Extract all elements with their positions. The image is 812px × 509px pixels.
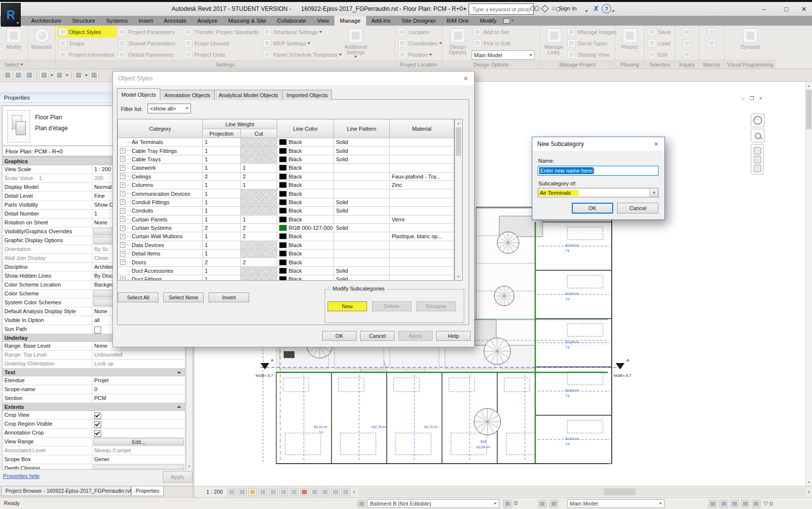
scroll-down-icon[interactable]: ▼ <box>806 479 812 485</box>
reveal-constraints-icon[interactable] <box>341 488 350 496</box>
ribbon-tab-annotate[interactable]: Annotate <box>158 16 192 26</box>
panel-label-manage-project[interactable]: Manage Project <box>540 60 615 69</box>
projection-cell[interactable]: 1 <box>203 241 241 249</box>
line-color-cell[interactable]: Black <box>277 258 334 266</box>
material-cell[interactable] <box>390 155 454 163</box>
help-icon[interactable]: ? <box>602 4 611 13</box>
property-value[interactable]: Look up <box>92 360 185 368</box>
line-color-cell[interactable]: Black <box>277 146 334 154</box>
rename-subcategory-button[interactable]: Rename <box>416 301 456 311</box>
line-color-cell[interactable]: Black <box>277 155 334 163</box>
table-row-curtain-wall-mullions[interactable]: +Curtain Wall Mullions12BlackPlastique, … <box>118 232 454 241</box>
line-pattern-cell[interactable] <box>334 258 390 266</box>
material-cell[interactable]: Verre <box>390 216 454 223</box>
reveal-hidden-elements-icon[interactable] <box>300 488 309 496</box>
line-color-cell[interactable]: Black <box>277 232 334 240</box>
cut-cell[interactable]: 2 <box>241 224 277 232</box>
steering-wheel-icon[interactable] <box>751 113 765 127</box>
dynamo-button[interactable]: Dynamo <box>736 26 765 59</box>
table-row-duct-accessories[interactable]: Duct Accessories1BlackSolid <box>118 267 454 275</box>
select-by-face-icon[interactable] <box>741 500 750 508</box>
panel-label-visual-programming[interactable]: Visual Programming <box>725 60 776 69</box>
chevron-down-icon[interactable] <box>66 74 69 76</box>
line-pattern-cell[interactable] <box>334 164 390 172</box>
sign-in-button[interactable]: Sign In <box>559 4 577 13</box>
ribbon-btn-position[interactable]: Position <box>397 49 441 60</box>
property-edit-button[interactable] <box>93 465 184 470</box>
material-cell[interactable] <box>390 198 454 206</box>
collapse-chevron-icon[interactable] <box>177 405 181 408</box>
line-color-cell[interactable]: Black <box>277 181 334 189</box>
line-color-cell[interactable]: Black <box>277 216 334 223</box>
cut-cell[interactable] <box>241 155 277 163</box>
scroll-thumb[interactable] <box>806 90 812 129</box>
column-header-line-weight[interactable]: Line Weight <box>203 119 277 129</box>
tab-annotation-objects[interactable]: Annotation Objects <box>160 90 215 100</box>
category-cell[interactable]: +Cable Trays <box>118 155 203 163</box>
table-row-communication-devices[interactable]: +Communication Devices1Black <box>118 189 454 198</box>
category-cell[interactable]: +Doors <box>118 258 203 266</box>
communication-center-icon[interactable] <box>540 4 550 13</box>
category-cell[interactable]: +Cable Tray Fittings <box>118 146 203 154</box>
temporary-view-properties-icon[interactable] <box>321 488 330 496</box>
minimize-button[interactable]: – <box>757 4 771 14</box>
macro-security-button[interactable] <box>706 37 717 49</box>
line-pattern-cell[interactable] <box>334 241 390 249</box>
table-row-cable-trays[interactable]: +Cable Trays1BlackSolid <box>118 155 454 164</box>
material-cell[interactable] <box>390 258 454 266</box>
select-pinned-icon[interactable] <box>730 500 739 508</box>
visual-style-icon[interactable] <box>238 488 247 496</box>
expand-icon[interactable]: + <box>120 242 125 248</box>
panel-label-macros[interactable]: Macros <box>699 60 724 69</box>
line-pattern-cell[interactable]: Solid <box>334 138 390 146</box>
projection-cell[interactable]: 2 <box>203 224 241 232</box>
ribbon-btn-structural-settings[interactable]: Structural Settings <box>261 26 340 37</box>
expand-icon[interactable]: + <box>120 199 125 205</box>
ribbon-btn-snaps[interactable]: Snaps <box>57 37 116 49</box>
property-value[interactable]: Projet <box>92 376 185 385</box>
panel-label-project-location[interactable]: Project Location <box>395 60 442 69</box>
ribbon-btn-load[interactable]: Load <box>646 37 673 49</box>
projection-cell[interactable]: 1 <box>203 207 241 215</box>
table-row-ceilings[interactable]: +Ceilings22BlackFaux-plafond - Tra... <box>118 173 454 181</box>
column-header-cut[interactable]: Cut <box>241 129 277 138</box>
view-minimize-icon[interactable]: – <box>739 95 747 102</box>
cut-cell[interactable]: 2 <box>241 232 277 240</box>
additional-settings-button[interactable]: Additional Settings <box>340 26 371 59</box>
crop-view-icon[interactable] <box>269 488 278 496</box>
line-color-cell[interactable]: RGB 000-127-000 <box>277 224 334 232</box>
delete-subcategory-button[interactable]: Delete <box>372 301 411 311</box>
column-header-material[interactable]: Material <box>390 119 454 138</box>
line-color-cell[interactable]: Black <box>277 164 334 172</box>
category-cell[interactable]: +Casework <box>118 164 203 172</box>
projection-cell[interactable]: 1 <box>203 250 241 257</box>
category-cell[interactable]: +Detail Items <box>118 250 203 257</box>
material-cell[interactable] <box>390 207 454 215</box>
projection-cell[interactable]: 1 <box>203 232 241 240</box>
cut-cell[interactable] <box>241 241 277 249</box>
expand-icon[interactable]: + <box>120 208 125 214</box>
ribbon-tab-analyze[interactable]: Analyze <box>192 16 223 26</box>
vertical-scrollbar[interactable]: ▲ ▼ <box>805 82 812 486</box>
ribbon-tab-collaborate[interactable]: Collaborate <box>272 16 312 26</box>
zoom-icon[interactable] <box>751 129 765 143</box>
line-color-cell[interactable]: Black <box>277 198 334 206</box>
ribbon-tab-add-ins[interactable]: Add-Ins <box>366 16 397 26</box>
apply-button[interactable]: Apply <box>398 331 433 341</box>
sign-in-arrow-icon[interactable] <box>585 7 588 13</box>
cut-cell[interactable]: 1 <box>241 181 277 189</box>
search-input[interactable] <box>471 6 531 13</box>
temporary-hide-isolate-icon[interactable] <box>290 488 298 496</box>
drag-on-selection-icon[interactable] <box>752 500 761 508</box>
shadows-icon[interactable] <box>258 488 267 496</box>
material-cell[interactable] <box>390 267 454 275</box>
projection-cell[interactable]: 1 <box>203 164 241 172</box>
ribbon-tab-site-designer[interactable]: Site Designer <box>396 16 441 26</box>
ribbon-btn-decal-types[interactable]: Decal Types <box>566 37 613 49</box>
ribbon-btn-manage-images[interactable]: Manage Images <box>566 26 613 37</box>
line-color-cell[interactable]: Black <box>277 241 334 249</box>
section-header-extents[interactable]: Extents <box>2 403 185 411</box>
tab-analytical-model-objects[interactable]: Analytical Model Objects <box>214 90 282 100</box>
line-pattern-cell[interactable]: Solid <box>334 267 390 275</box>
help-search-box[interactable] <box>469 3 534 15</box>
